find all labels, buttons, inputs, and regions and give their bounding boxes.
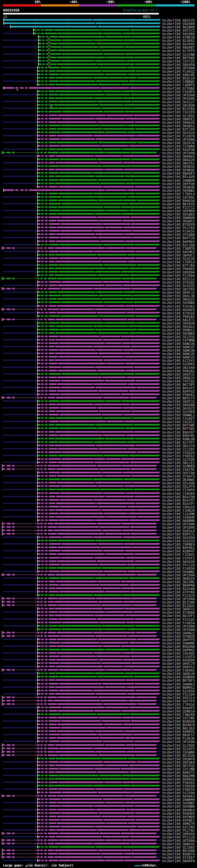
subject-label[interactable]: UniRef100_A8IW00 (162, 26, 195, 29)
subject-label[interactable]: UniRef100_P51119 (162, 564, 195, 566)
alignment-bar[interactable] (38, 611, 159, 613)
subject-label[interactable]: UniRef100_Q1MDE0 (162, 465, 195, 468)
alignment-bar[interactable] (38, 390, 159, 392)
alignment-bar[interactable] (38, 584, 159, 586)
alignment-bar[interactable] (38, 577, 159, 579)
alignment-bar[interactable] (37, 632, 156, 633)
alignment-bar[interactable] (38, 655, 159, 657)
subject-label[interactable]: UniRef100_Q6TFQ2 (162, 765, 195, 767)
alignment-bar[interactable] (38, 553, 159, 555)
alignment-bar[interactable] (38, 135, 159, 136)
subject-label[interactable]: UniRef100_Q42950 (162, 536, 195, 539)
alignment-bar[interactable] (38, 131, 159, 133)
alignment-bar[interactable] (38, 159, 159, 160)
alignment-bar[interactable] (38, 254, 159, 255)
alignment-bar[interactable] (39, 50, 159, 51)
subject-label[interactable]: UniRef100_UPI000.. (162, 67, 197, 70)
subject-label[interactable]: UniRef100_P12424 (162, 594, 195, 597)
subject-label[interactable]: UniRef100_O82560 (162, 366, 195, 369)
subject-label[interactable]: UniRef100_C0PNE4 (162, 543, 195, 546)
subject-label[interactable]: UniRef100_C4JRT4 (162, 655, 195, 658)
alignment-bar[interactable] (38, 639, 159, 640)
alignment-bar[interactable] (38, 359, 159, 361)
subject-label[interactable]: UniRef100_P08282 (162, 370, 195, 373)
alignment-bar[interactable] (38, 407, 159, 409)
alignment-bar[interactable] (38, 499, 159, 501)
subject-label[interactable]: UniRef100_UPI000.. (162, 628, 197, 631)
alignment-bar[interactable] (38, 564, 159, 565)
alignment-bar[interactable] (38, 115, 159, 116)
alignment-bar[interactable] (38, 478, 159, 480)
alignment-bar[interactable] (34, 33, 159, 34)
alignment-bar[interactable] (37, 748, 156, 749)
alignment-bar[interactable] (38, 819, 159, 820)
alignment-bar[interactable] (38, 441, 159, 443)
alignment-bar[interactable] (38, 125, 159, 126)
subject-label[interactable]: UniRef100_A4CMG3 (162, 251, 195, 253)
subject-label[interactable]: UniRef100_A6X6K3 (162, 795, 195, 798)
alignment-bar[interactable] (38, 336, 159, 337)
alignment-bar[interactable] (38, 377, 159, 378)
subject-label[interactable]: UniRef100_C8V4Q5 (162, 652, 195, 655)
subject-label[interactable]: UniRef100_A2Q9R3 (162, 363, 195, 366)
alignment-bar[interactable] (38, 560, 159, 562)
subject-label[interactable]: UniRef100_P15102 (162, 618, 195, 621)
subject-label[interactable]: UniRef100_A1YYP7 (162, 441, 195, 444)
subject-label[interactable]: UniRef100_Q45NB7 (162, 802, 195, 805)
alignment-bar[interactable] (38, 615, 159, 616)
subject-label[interactable]: UniRef100_C5IW59 (162, 489, 195, 491)
alignment-bar[interactable] (38, 805, 159, 807)
alignment-bar[interactable] (38, 731, 159, 732)
alignment-bar[interactable] (37, 853, 156, 855)
alignment-bar[interactable] (39, 39, 159, 41)
alignment-bar[interactable] (38, 339, 159, 341)
subject-label[interactable]: UniRef100_B8M9G2 (162, 686, 195, 689)
alignment-bar[interactable] (38, 520, 159, 521)
alignment-bar[interactable] (38, 462, 159, 463)
alignment-bar[interactable] (38, 417, 159, 419)
subject-label[interactable]: UniRef100_UPI000.. (162, 574, 197, 577)
alignment-bar[interactable] (37, 669, 156, 671)
subject-label[interactable]: UniRef100_Q95AG1 (162, 326, 195, 328)
subject-label[interactable]: UniRef100_C7PU16 (162, 703, 195, 706)
subject-label[interactable]: UniRef100_Q9AXD8 (162, 404, 195, 406)
subject-label[interactable]: UniRef100_A7JFP3 (162, 50, 195, 52)
subject-label[interactable]: UniRef100_B5B9V8 (162, 720, 195, 723)
alignment-bar[interactable] (38, 91, 159, 92)
subject-label[interactable]: UniRef100_Q5MD10 (162, 710, 195, 713)
alignment-bar[interactable] (38, 363, 159, 364)
alignment-bar[interactable] (38, 761, 159, 763)
subject-label[interactable]: UniRef100_Q92TR3 (162, 288, 195, 291)
subject-label[interactable]: UniRef100_B5ZYW9 (162, 601, 195, 604)
alignment-bar[interactable] (37, 839, 156, 841)
subject-label[interactable]: UniRef100_P32289 (162, 693, 195, 696)
subject-label[interactable]: UniRef100_P38559 (162, 788, 195, 791)
alignment-bar[interactable] (39, 53, 159, 55)
subject-label[interactable]: UniRef100_P52782 (162, 829, 195, 832)
alignment-bar[interactable] (38, 536, 159, 538)
subject-label[interactable]: UniRef100_Q75QN4 (162, 234, 195, 236)
alignment-bar[interactable] (38, 438, 159, 439)
alignment-bar[interactable] (37, 635, 156, 637)
subject-label[interactable]: UniRef100_Q45NB2 (162, 189, 195, 192)
alignment-bar[interactable] (38, 618, 159, 620)
alignment-bar[interactable] (38, 370, 159, 371)
subject-label[interactable]: UniRef100_C5H3E6 (162, 492, 195, 495)
subject-label[interactable]: UniRef100_Q8VWV3 (162, 155, 195, 158)
subject-label[interactable]: UniRef100_C6H2U3 (162, 506, 195, 509)
alignment-bar[interactable] (38, 284, 159, 286)
alignment-bar[interactable] (37, 309, 156, 310)
subject-label[interactable]: UniRef100_P23712 (162, 206, 195, 209)
alignment-bar[interactable] (39, 43, 159, 44)
subject-label[interactable]: UniRef100_UPI000.. (162, 839, 197, 842)
subject-label[interactable]: UniRef100_O04851 (162, 125, 195, 127)
alignment-bar[interactable] (38, 734, 159, 735)
alignment-bar[interactable] (38, 414, 159, 415)
subject-label[interactable]: UniRef100_C9WCK8 (162, 713, 195, 716)
subject-label[interactable]: UniRef100_C4JAE7 (162, 417, 195, 420)
subject-label[interactable]: UniRef100_B2VSA8 (162, 588, 195, 590)
subject-label[interactable]: UniRef100_Q9XQ94 (162, 271, 195, 274)
subject-label[interactable]: UniRef100_A9S0R9 (162, 33, 195, 35)
subject-label[interactable]: UniRef100_Q9RAY6 (162, 121, 195, 124)
subject-label[interactable]: UniRef100_A9KCW5 (162, 73, 195, 76)
